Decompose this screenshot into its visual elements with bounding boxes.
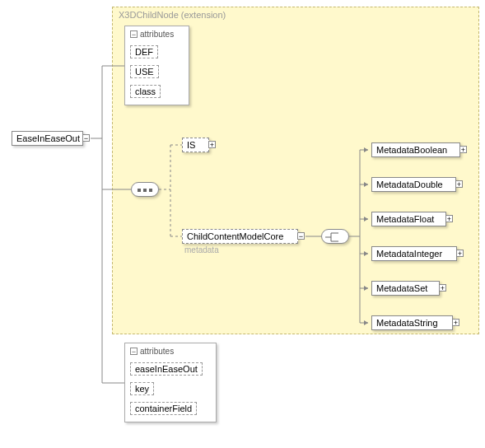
is-element[interactable]: IS + <box>182 138 209 152</box>
attributes-box-2: − attributes easeInEaseOut key container… <box>124 343 217 422</box>
choice-metadata[interactable] <box>321 229 349 244</box>
plus-icon[interactable]: + <box>455 180 463 188</box>
minus-icon[interactable]: − <box>297 232 305 240</box>
metadata-set-label: MetadataSet <box>376 283 427 293</box>
metadata-integer[interactable]: MetadataInteger + <box>371 246 457 261</box>
attributes-head-1-label: attributes <box>140 30 174 39</box>
attribute-easeineaseout[interactable]: easeInEaseOut <box>130 362 203 376</box>
minus-icon[interactable]: − <box>130 348 138 355</box>
attribute-def[interactable]: DEF <box>130 45 158 58</box>
metadata-float[interactable]: MetadataFloat + <box>371 212 446 226</box>
child-content-label: ChildContentModelCore <box>187 231 283 241</box>
extension-suffix: (extension) <box>181 10 226 20</box>
plus-icon[interactable]: + <box>459 146 467 153</box>
metadata-float-label: MetadataFloat <box>376 214 434 224</box>
child-content-model-core[interactable]: ChildContentModelCore − <box>182 229 298 244</box>
root-element[interactable]: EaseInEaseOut − <box>12 131 83 146</box>
attributes-head-2-label: attributes <box>140 347 174 356</box>
plus-icon[interactable]: + <box>445 215 453 222</box>
child-content-caption: metadata <box>184 245 219 254</box>
attributes-box-1: − attributes DEF USE class <box>124 26 189 105</box>
attribute-use[interactable]: USE <box>130 65 159 78</box>
minus-icon[interactable]: − <box>82 134 90 142</box>
minus-icon[interactable]: − <box>130 30 138 38</box>
sequence-main[interactable] <box>131 182 159 197</box>
plus-icon[interactable]: + <box>439 284 446 292</box>
metadata-boolean-label: MetadataBoolean <box>376 145 447 155</box>
attribute-containerfield[interactable]: containerField <box>130 402 197 415</box>
attribute-class[interactable]: class <box>130 85 161 98</box>
metadata-double[interactable]: MetadataDouble + <box>371 177 456 192</box>
attributes-head-1: − attributes <box>130 30 184 39</box>
root-element-label: EaseInEaseOut <box>16 133 80 143</box>
metadata-set[interactable]: MetadataSet + <box>371 281 440 296</box>
metadata-integer-label: MetadataInteger <box>376 249 442 259</box>
plus-icon[interactable]: + <box>208 141 216 148</box>
metadata-double-label: MetadataDouble <box>376 180 443 189</box>
attributes-head-2: − attributes <box>130 347 211 356</box>
metadata-boolean[interactable]: MetadataBoolean + <box>371 142 460 157</box>
metadata-string-label: MetadataString <box>376 318 438 328</box>
is-label: IS <box>187 140 195 150</box>
metadata-string[interactable]: MetadataString + <box>371 315 453 330</box>
extension-name: X3DChildNode <box>119 10 179 20</box>
plus-icon[interactable]: + <box>452 319 459 326</box>
extension-label: X3DChildNode (extension) <box>119 10 226 20</box>
attribute-key[interactable]: key <box>130 382 154 395</box>
plus-icon[interactable]: + <box>456 250 464 257</box>
